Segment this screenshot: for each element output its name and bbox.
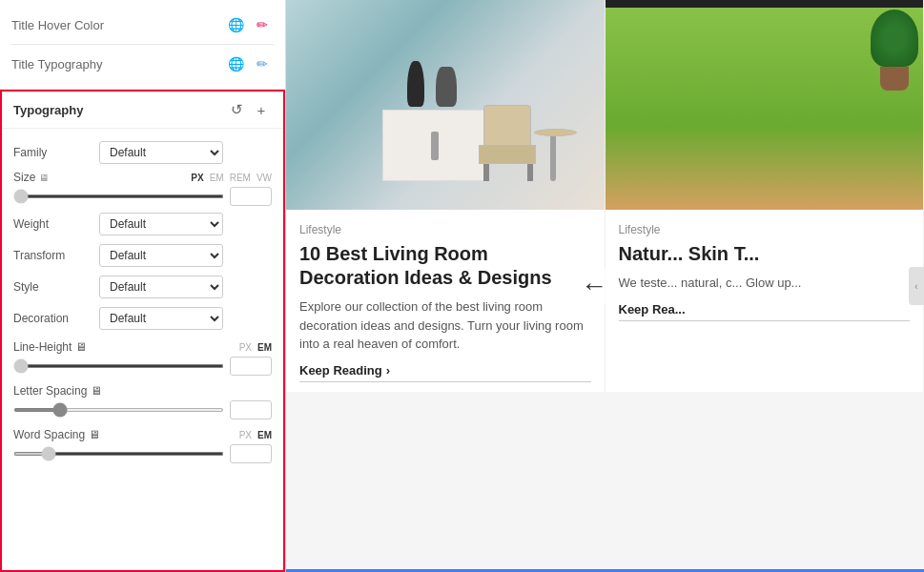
card-2-content: Lifestyle Natur... Skin T... We teste...… xyxy=(606,210,924,331)
cabinet xyxy=(382,110,487,181)
card-1-keep-reading[interactable]: Keep Reading › xyxy=(299,363,591,382)
line-height-label: Line-Height 🖥 xyxy=(13,340,87,354)
letter-spacing-input[interactable] xyxy=(230,400,272,419)
family-value: Default Arial Georgia xyxy=(99,141,272,164)
typography-reset-btn[interactable]: ↺ xyxy=(226,99,247,120)
size-unit-tabs: PX EM REM VW xyxy=(191,173,272,183)
top-controls: Title Hover Color 🌐 ✏ Title Typography 🌐… xyxy=(0,0,285,90)
table-top xyxy=(534,129,577,136)
card-2-excerpt: We teste... natural, c... Glow up... xyxy=(619,274,911,293)
card-2-image xyxy=(606,0,924,210)
transform-row: Transform Default Uppercase Lowercase xyxy=(13,242,272,269)
typography-section: Typography ↺ + Family Default Arial Geor… xyxy=(0,90,285,572)
title-hover-color-edit-btn[interactable]: ✏ xyxy=(251,13,274,36)
weight-select[interactable]: Default 400 700 xyxy=(99,213,223,235)
style-row: Style Default Normal Italic xyxy=(13,274,272,300)
black-bar xyxy=(606,0,924,8)
weight-row: Weight Default 400 700 xyxy=(13,211,272,237)
card-1-category: Lifestyle xyxy=(299,223,591,236)
line-height-input[interactable] xyxy=(230,357,272,376)
style-select[interactable]: Default Normal Italic xyxy=(99,276,223,298)
blog-card-2: Lifestyle Natur... Skin T... We teste...… xyxy=(606,0,925,392)
line-height-label-row: Line-Height 🖥 PX EM xyxy=(13,340,272,354)
weight-label: Weight xyxy=(13,217,99,231)
title-typography-global-btn[interactable]: 🌐 xyxy=(224,52,247,75)
line-height-unit-px[interactable]: PX xyxy=(239,342,252,353)
transform-value: Default Uppercase Lowercase xyxy=(99,244,272,267)
word-spacing-label: Word Spacing 🖥 xyxy=(13,428,100,441)
table-leg xyxy=(550,136,556,181)
plant-pot xyxy=(880,67,909,91)
word-spacing-monitor-icon: 🖥 xyxy=(89,428,100,441)
card-2-keep-reading[interactable]: Keep Rea... xyxy=(619,302,911,321)
vase-black xyxy=(407,61,424,107)
size-unit-em[interactable]: EM xyxy=(210,173,224,183)
card-2-category: Lifestyle xyxy=(619,223,911,236)
transform-label: Transform xyxy=(13,249,99,262)
letter-spacing-label-row: Letter Spacing 🖥 xyxy=(13,384,272,398)
title-typography-edit-btn[interactable]: ✏ xyxy=(251,52,274,75)
title-hover-color-label: Title Hover Color xyxy=(11,18,104,32)
decoration-select[interactable]: Default None Underline xyxy=(99,307,223,330)
title-hover-color-icons: 🌐 ✏ xyxy=(224,13,274,36)
typography-header-actions: ↺ + xyxy=(226,99,272,120)
card-1-content: Lifestyle 10 Best Living Room Decoration… xyxy=(286,210,605,392)
word-spacing-units: PX EM xyxy=(239,430,272,440)
size-monitor-icon: 🖥 xyxy=(39,173,49,183)
vase-gray xyxy=(436,67,457,107)
word-spacing-input[interactable] xyxy=(230,444,272,463)
letter-spacing-label: Letter Spacing 🖥 xyxy=(13,384,102,398)
word-spacing-slider-row xyxy=(13,444,272,463)
line-height-unit-em[interactable]: EM xyxy=(257,342,272,353)
word-spacing-row: Word Spacing 🖥 PX EM xyxy=(13,424,272,463)
card-1-excerpt: Explore our collection of the best livin… xyxy=(299,297,591,354)
line-height-monitor-icon: 🖥 xyxy=(75,340,87,354)
furniture-scene xyxy=(286,0,605,210)
typography-title: Typography xyxy=(13,103,83,117)
size-unit-vw[interactable]: VW xyxy=(257,173,272,183)
word-spacing-slider[interactable] xyxy=(13,452,224,456)
line-height-slider-row xyxy=(13,357,272,376)
blog-cards-area: Lifestyle 10 Best Living Room Decoration… xyxy=(286,0,924,392)
size-input[interactable] xyxy=(230,187,272,206)
size-row: Size 🖥 PX EM REM VW xyxy=(13,171,272,206)
right-panel: ← xyxy=(286,0,924,572)
size-slider-row xyxy=(13,187,272,206)
blog-card-1: Lifestyle 10 Best Living Room Decoration… xyxy=(286,0,606,392)
title-hover-color-global-btn[interactable]: 🌐 xyxy=(224,13,247,36)
card-1-title: 10 Best Living Room Decoration Ideas & D… xyxy=(299,242,591,290)
chair-leg-1 xyxy=(483,164,489,181)
title-hover-color-row: Title Hover Color 🌐 ✏ xyxy=(11,8,274,42)
decoration-value: Default None Underline xyxy=(99,307,272,330)
transform-select[interactable]: Default Uppercase Lowercase xyxy=(99,244,223,267)
back-arrow-btn[interactable]: ← xyxy=(577,269,611,303)
chair-seat xyxy=(479,145,536,164)
letter-spacing-slider-row xyxy=(13,400,272,419)
word-spacing-unit-px[interactable]: PX xyxy=(239,430,252,440)
size-unit-px[interactable]: PX xyxy=(191,173,203,183)
divider-1 xyxy=(11,44,274,45)
line-height-units: PX EM xyxy=(239,342,272,353)
word-spacing-unit-em[interactable]: EM xyxy=(257,430,272,440)
chair-leg-2 xyxy=(527,164,533,181)
size-slider[interactable] xyxy=(13,194,224,198)
style-label: Style xyxy=(13,280,99,294)
panel-collapse-handle[interactable]: ‹ xyxy=(909,267,924,305)
word-spacing-label-row: Word Spacing 🖥 PX EM xyxy=(13,428,272,441)
size-unit-rem[interactable]: REM xyxy=(230,173,251,183)
size-row-top: Size 🖥 PX EM REM VW xyxy=(13,171,272,184)
family-select[interactable]: Default Arial Georgia xyxy=(99,141,223,164)
title-typography-row: Title Typography 🌐 ✏ xyxy=(11,47,274,81)
plant-decoration xyxy=(871,10,918,86)
side-table xyxy=(534,129,572,181)
title-typography-label: Title Typography xyxy=(11,57,102,72)
line-height-row: Line-Height 🖥 PX EM xyxy=(13,337,272,376)
letter-spacing-slider[interactable] xyxy=(13,408,224,412)
letter-spacing-monitor-icon: 🖥 xyxy=(91,384,102,398)
letter-spacing-row: Letter Spacing 🖥 xyxy=(13,380,272,419)
line-height-slider[interactable] xyxy=(13,364,224,368)
typography-header: Typography ↺ + xyxy=(2,92,283,129)
decoration-row: Decoration Default None Underline xyxy=(13,305,272,332)
typography-add-btn[interactable]: + xyxy=(251,99,272,120)
cabinet-handle xyxy=(431,132,439,160)
